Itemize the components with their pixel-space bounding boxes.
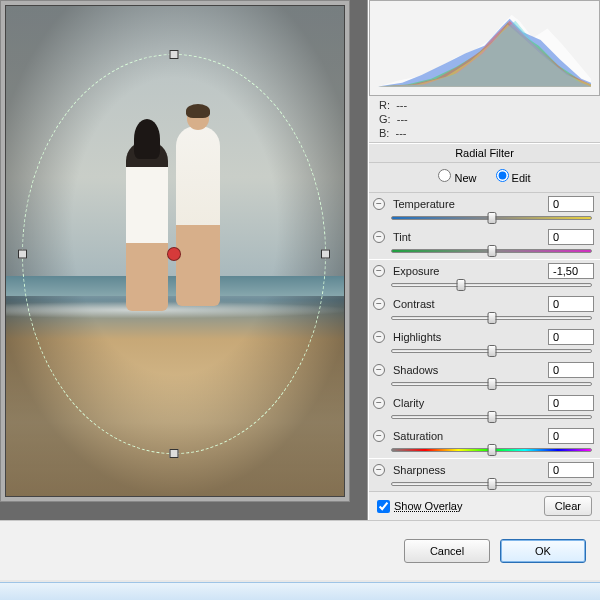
slider-temperature: −Temperature xyxy=(369,193,600,226)
image-canvas[interactable] xyxy=(5,5,345,497)
slider-highlights: −Highlights xyxy=(369,326,600,359)
slider-label-highlights: Highlights xyxy=(393,331,544,343)
mode-edit-radio[interactable] xyxy=(496,169,509,182)
slider-value-tint[interactable] xyxy=(548,229,594,245)
slider-track-contrast[interactable] xyxy=(391,313,592,323)
taskbar xyxy=(0,582,600,600)
collapse-icon[interactable]: − xyxy=(373,198,385,210)
clear-button[interactable]: Clear xyxy=(544,496,592,516)
slider-contrast: −Contrast xyxy=(369,293,600,326)
workspace xyxy=(0,0,368,520)
collapse-icon[interactable]: − xyxy=(373,397,385,409)
collapse-icon[interactable]: − xyxy=(373,464,385,476)
slider-thumb-contrast[interactable] xyxy=(487,312,496,324)
slider-tint: −Tint xyxy=(369,226,600,259)
slider-thumb-shadows[interactable] xyxy=(487,378,496,390)
ok-button[interactable]: OK xyxy=(500,539,586,563)
slider-clarity: −Clarity xyxy=(369,392,600,425)
slider-value-clarity[interactable] xyxy=(548,395,594,411)
mode-row: New Edit xyxy=(369,163,600,192)
slider-label-clarity: Clarity xyxy=(393,397,544,409)
slider-value-exposure[interactable] xyxy=(548,263,594,279)
center-pin[interactable] xyxy=(167,247,181,261)
slider-label-temperature: Temperature xyxy=(393,198,544,210)
histogram-svg xyxy=(378,11,591,87)
show-overlay-checkbox[interactable] xyxy=(377,500,390,513)
collapse-icon[interactable]: − xyxy=(373,298,385,310)
slider-track-sharpness[interactable] xyxy=(391,479,592,489)
slider-track-exposure[interactable] xyxy=(391,280,592,290)
slider-shadows: −Shadows xyxy=(369,359,600,392)
slider-track-clarity[interactable] xyxy=(391,412,592,422)
adjustments-panel: R: --- G: --- B: --- Radial Filter New E… xyxy=(368,0,600,520)
slider-thumb-tint[interactable] xyxy=(487,245,496,257)
slider-exposure: −Exposure xyxy=(369,260,600,293)
mode-new-radio[interactable] xyxy=(438,169,451,182)
slider-thumb-exposure[interactable] xyxy=(457,279,466,291)
canvas-frame xyxy=(0,0,350,502)
slider-label-exposure: Exposure xyxy=(393,265,544,277)
g-value: --- xyxy=(397,113,408,125)
r-label: R: xyxy=(379,99,390,111)
collapse-icon[interactable]: − xyxy=(373,265,385,277)
b-value: --- xyxy=(396,127,407,139)
g-label: G: xyxy=(379,113,391,125)
slider-thumb-saturation[interactable] xyxy=(487,444,496,456)
dialog-footer: Cancel OK xyxy=(0,520,600,580)
slider-track-highlights[interactable] xyxy=(391,346,592,356)
slider-label-shadows: Shadows xyxy=(393,364,544,376)
slider-label-saturation: Saturation xyxy=(393,430,544,442)
slider-label-sharpness: Sharpness xyxy=(393,464,544,476)
section-title: Radial Filter xyxy=(369,143,600,163)
slider-track-saturation[interactable] xyxy=(391,445,592,455)
handle-south[interactable] xyxy=(170,449,179,458)
slider-thumb-temperature[interactable] xyxy=(487,212,496,224)
radial-filter-overlay[interactable] xyxy=(22,54,326,454)
b-label: B: xyxy=(379,127,389,139)
slider-value-shadows[interactable] xyxy=(548,362,594,378)
collapse-icon[interactable]: − xyxy=(373,231,385,243)
slider-thumb-sharpness[interactable] xyxy=(487,478,496,490)
overlay-row: Show Overlay Clear xyxy=(369,491,600,520)
mode-edit[interactable]: Edit xyxy=(496,172,531,184)
r-value: --- xyxy=(396,99,407,111)
handle-north[interactable] xyxy=(170,50,179,59)
slider-label-tint: Tint xyxy=(393,231,544,243)
slider-value-saturation[interactable] xyxy=(548,428,594,444)
slider-thumb-clarity[interactable] xyxy=(487,411,496,423)
slider-value-highlights[interactable] xyxy=(548,329,594,345)
slider-saturation: −Saturation xyxy=(369,425,600,458)
slider-label-contrast: Contrast xyxy=(393,298,544,310)
slider-thumb-highlights[interactable] xyxy=(487,345,496,357)
slider-value-contrast[interactable] xyxy=(548,296,594,312)
rgb-readout: R: --- G: --- B: --- xyxy=(369,96,600,143)
cancel-button[interactable]: Cancel xyxy=(404,539,490,563)
slider-track-tint[interactable] xyxy=(391,246,592,256)
mode-new[interactable]: New xyxy=(438,172,476,184)
histogram[interactable] xyxy=(369,0,600,96)
slider-track-shadows[interactable] xyxy=(391,379,592,389)
slider-value-temperature[interactable] xyxy=(548,196,594,212)
collapse-icon[interactable]: − xyxy=(373,331,385,343)
slider-sharpness: −Sharpness xyxy=(369,459,600,491)
handle-east[interactable] xyxy=(321,250,330,259)
sliders-container: −Temperature−Tint−Exposure−Contrast−High… xyxy=(369,192,600,491)
collapse-icon[interactable]: − xyxy=(373,364,385,376)
slider-track-temperature[interactable] xyxy=(391,213,592,223)
show-overlay-label[interactable]: Show Overlay xyxy=(394,500,462,512)
collapse-icon[interactable]: − xyxy=(373,430,385,442)
slider-value-sharpness[interactable] xyxy=(548,462,594,478)
handle-west[interactable] xyxy=(18,250,27,259)
